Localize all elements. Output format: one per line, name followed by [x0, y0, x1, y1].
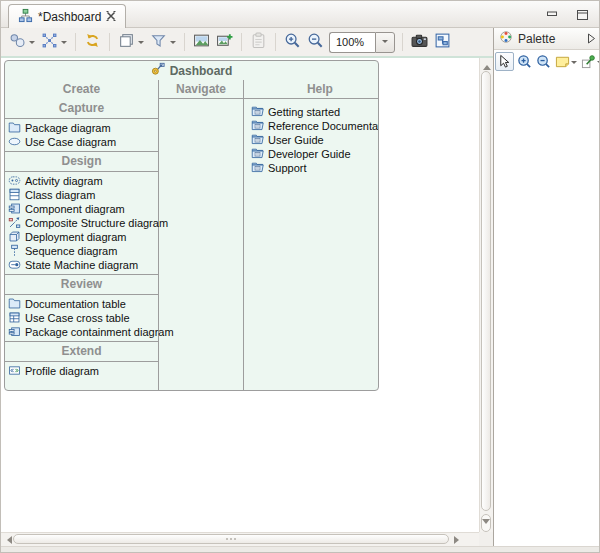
- list-item-use-case-diagram[interactable]: Use Case diagram: [5, 135, 158, 149]
- list-item-deployment-diagram[interactable]: Deployment diagram: [5, 230, 158, 244]
- list-item-documentation-table[interactable]: Documentation table: [5, 297, 158, 311]
- table-icon: [8, 311, 21, 326]
- note-icon: [555, 54, 570, 69]
- horizontal-scrollbar[interactable]: [1, 532, 479, 546]
- item-label: Package diagram: [25, 122, 111, 134]
- profile-icon: [8, 364, 21, 379]
- filter-icon: [150, 32, 167, 53]
- item-label: Sequence diagram: [25, 245, 117, 257]
- item-label: Component diagram: [25, 203, 125, 215]
- activity-icon: [8, 174, 21, 189]
- dropdown-arrow-icon[interactable]: [61, 41, 67, 47]
- section-header-design: Design: [5, 152, 158, 171]
- item-label: Package containment diagram: [25, 326, 174, 338]
- diagram-canvas[interactable]: Dashboard Create Capture Package diagram: [1, 56, 493, 546]
- list-item-use-case-cross-table[interactable]: Use Case cross table: [5, 311, 158, 325]
- zoom-in-button[interactable]: [281, 30, 304, 55]
- list-item-sequence-diagram[interactable]: Sequence diagram: [5, 244, 158, 258]
- layout-graph-button[interactable]: [38, 30, 70, 55]
- dashboard-column-help: Help Getting started Reference Documenta…: [244, 80, 379, 390]
- vertical-scrollbar-thumb[interactable]: [481, 71, 491, 511]
- list-item-composite-structure-diagram[interactable]: Composite Structure diagram: [5, 216, 158, 230]
- note-tool[interactable]: [554, 53, 578, 70]
- dropdown-arrow-icon[interactable]: [170, 41, 176, 47]
- snapshot-button[interactable]: [408, 30, 431, 55]
- select-tool[interactable]: [495, 52, 514, 71]
- item-label: Deployment diagram: [25, 231, 127, 243]
- palette-zoom-in-tool[interactable]: [516, 53, 533, 70]
- dropdown-arrow-icon: [382, 40, 388, 46]
- palette-title: Palette: [518, 32, 555, 46]
- image-export-button[interactable]: [190, 30, 213, 55]
- model-diagram-icon: [18, 8, 33, 26]
- scroll-up-icon[interactable]: [483, 61, 491, 70]
- zoom-out-icon: [307, 32, 324, 53]
- dropdown-arrow-icon[interactable]: [571, 61, 577, 67]
- item-label: Use Case cross table: [25, 312, 130, 324]
- view-controls: [545, 8, 589, 21]
- capture-items: Package diagram Use Case diagram: [5, 119, 158, 151]
- list-item-reference-documentation[interactable]: Reference Documentation: [248, 119, 379, 133]
- maximize-icon[interactable]: [575, 8, 589, 21]
- help-folder-icon: [251, 147, 264, 162]
- filter-button[interactable]: [147, 30, 179, 55]
- dashboard-panel: Dashboard Create Capture Package diagram: [4, 60, 379, 391]
- diagram-nodes-button[interactable]: [6, 30, 38, 55]
- horizontal-scrollbar-thumb[interactable]: [13, 534, 449, 544]
- list-item-component-diagram[interactable]: Component diagram: [5, 202, 158, 216]
- navigate-column-header: Navigate: [159, 80, 243, 99]
- zoom-level-dropdown[interactable]: [375, 32, 395, 53]
- camera-icon: [411, 32, 428, 53]
- review-items: Documentation table Use Case cross table…: [5, 295, 158, 341]
- dashboard-icon: [151, 62, 165, 79]
- tab-dashboard[interactable]: *Dashboard: [8, 4, 126, 28]
- palette-header[interactable]: Palette: [494, 28, 600, 50]
- dropdown-arrow-icon[interactable]: [29, 41, 35, 47]
- pin-tool[interactable]: [580, 53, 600, 70]
- dropdown-arrow-icon[interactable]: [138, 41, 144, 47]
- list-item-state-machine-diagram[interactable]: State Machine diagram: [5, 258, 158, 272]
- outline-view-button[interactable]: [431, 30, 454, 55]
- dashboard-panel-title: Dashboard: [5, 61, 378, 80]
- design-items: Activity diagram Class diagram Component…: [5, 172, 158, 274]
- palette-toolbar: [494, 50, 600, 73]
- item-label: Getting started: [268, 106, 340, 118]
- toolbar-separator: [75, 33, 76, 51]
- list-item-user-guide[interactable]: User Guide: [248, 133, 379, 147]
- list-item-package-containment-diagram[interactable]: Package containment diagram: [5, 325, 158, 339]
- paste-button[interactable]: [247, 30, 270, 55]
- zoom-level-input[interactable]: 100%: [329, 32, 375, 53]
- list-item-profile-diagram[interactable]: Profile diagram: [5, 364, 158, 378]
- scroll-down-button[interactable]: [481, 514, 491, 532]
- toolbar-separator: [275, 33, 276, 51]
- copy-appearance-button[interactable]: [115, 30, 147, 55]
- list-item-developer-guide[interactable]: Developer Guide: [248, 147, 379, 161]
- component-icon: [8, 202, 21, 217]
- palette-zoom-out-tool[interactable]: [535, 53, 552, 70]
- sync-button[interactable]: [81, 30, 104, 55]
- minimize-icon[interactable]: [545, 8, 559, 21]
- item-label: Use Case diagram: [25, 136, 116, 148]
- composite-structure-icon: [8, 216, 21, 231]
- sync-gold-icon: [84, 32, 101, 53]
- vertical-scrollbar[interactable]: [479, 58, 493, 534]
- list-item-getting-started[interactable]: Getting started: [248, 105, 379, 119]
- section-header-capture: Capture: [5, 99, 158, 118]
- dashboard-column-create: Create Capture Package diagram Use Case …: [5, 80, 159, 390]
- list-item-package-diagram[interactable]: Package diagram: [5, 121, 158, 135]
- image-add-button[interactable]: [213, 30, 236, 55]
- zoom-out-button[interactable]: [304, 30, 327, 55]
- scrollbar-corner: [479, 532, 493, 546]
- scroll-right-icon[interactable]: [454, 536, 463, 544]
- item-label: State Machine diagram: [25, 259, 138, 271]
- item-label: Composite Structure diagram: [25, 217, 168, 229]
- right-chevron-icon[interactable]: [587, 33, 596, 44]
- list-item-activity-diagram[interactable]: Activity diagram: [5, 174, 158, 188]
- list-item-support[interactable]: Support: [248, 161, 379, 175]
- state-machine-icon: [8, 258, 21, 273]
- close-icon[interactable]: [106, 10, 116, 24]
- diagram-nodes-icon: [9, 32, 26, 53]
- copy-appearance-icon: [118, 32, 135, 53]
- list-item-class-diagram[interactable]: Class diagram: [5, 188, 158, 202]
- scroll-left-icon[interactable]: [3, 536, 12, 544]
